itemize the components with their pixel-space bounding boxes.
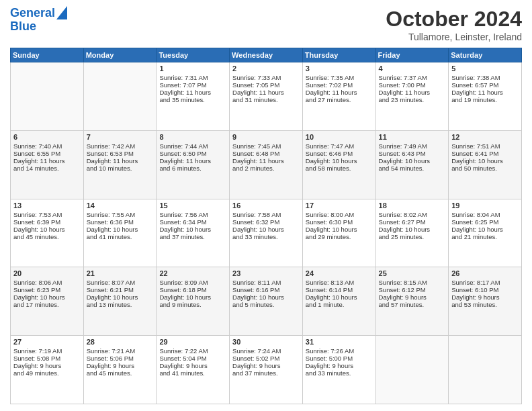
day-number: 5 — [451, 64, 519, 73]
day-info: Sunset: 6:53 PM — [87, 150, 154, 157]
day-info: and 14 minutes. — [13, 165, 81, 172]
day-info: Sunset: 6:43 PM — [379, 150, 446, 157]
day-info: Daylight: 10 hours — [232, 293, 300, 301]
day-info: Sunset: 6:14 PM — [306, 286, 373, 293]
day-info: Daylight: 9 hours — [159, 362, 226, 369]
day-info: Sunset: 6:41 PM — [451, 150, 519, 157]
day-info: Daylight: 11 hours — [451, 89, 519, 96]
day-number: 6 — [13, 133, 81, 141]
day-info: and 58 minutes. — [306, 165, 373, 172]
day-info: and 37 minutes. — [159, 233, 226, 240]
calendar-cell: 15Sunrise: 7:56 AMSunset: 6:34 PMDayligh… — [157, 199, 230, 267]
day-info: Sunset: 6:48 PM — [232, 150, 300, 157]
calendar-cell: 11Sunrise: 7:49 AMSunset: 6:43 PMDayligh… — [375, 130, 449, 199]
day-info: Daylight: 10 hours — [87, 293, 154, 301]
day-number: 20 — [13, 269, 81, 277]
day-info: Daylight: 10 hours — [379, 226, 446, 233]
day-info: Sunrise: 7:24 AM — [232, 347, 300, 355]
day-number: 26 — [451, 269, 519, 277]
day-number: 7 — [87, 133, 154, 141]
day-info: and 23 minutes. — [379, 96, 446, 103]
day-info: Sunrise: 7:47 AM — [306, 142, 373, 150]
day-info: and 13 minutes. — [87, 301, 154, 308]
day-info: Daylight: 9 hours — [87, 362, 154, 369]
day-number: 22 — [159, 269, 226, 277]
calendar-cell: 20Sunrise: 8:06 AMSunset: 6:23 PMDayligh… — [11, 267, 84, 336]
day-info: Sunset: 5:00 PM — [306, 355, 373, 362]
day-info: Sunset: 6:57 PM — [451, 81, 519, 89]
day-number: 12 — [451, 133, 519, 141]
calendar-cell: 28Sunrise: 7:21 AMSunset: 5:06 PMDayligh… — [83, 336, 157, 404]
calendar-cell: 12Sunrise: 7:51 AMSunset: 6:41 PMDayligh… — [449, 130, 522, 199]
day-number: 30 — [232, 338, 300, 346]
month-title: October 2024 — [386, 7, 522, 32]
day-info: Daylight: 11 hours — [159, 157, 226, 165]
calendar-week-4: 20Sunrise: 8:06 AMSunset: 6:23 PMDayligh… — [11, 267, 522, 336]
day-info: and 53 minutes. — [451, 301, 519, 308]
day-info: and 49 minutes. — [13, 369, 81, 377]
calendar-cell: 7Sunrise: 7:42 AMSunset: 6:53 PMDaylight… — [83, 130, 157, 199]
day-number: 18 — [379, 201, 446, 210]
day-info: and 17 minutes. — [13, 301, 81, 308]
day-info: Daylight: 9 hours — [451, 293, 519, 301]
day-info: Sunrise: 7:42 AM — [87, 142, 154, 150]
day-info: and 37 minutes. — [232, 369, 300, 377]
day-header-wednesday: Wednesday — [230, 48, 303, 62]
day-info: Daylight: 9 hours — [13, 362, 81, 369]
calendar-cell: 25Sunrise: 8:15 AMSunset: 6:12 PMDayligh… — [375, 267, 449, 336]
day-info: Daylight: 10 hours — [451, 157, 519, 165]
day-info: Sunset: 6:27 PM — [379, 218, 446, 226]
day-info: Sunrise: 8:09 AM — [159, 279, 226, 286]
day-info: and 6 minutes. — [159, 165, 226, 172]
day-number: 25 — [379, 269, 446, 277]
day-number: 28 — [87, 338, 154, 346]
logo-blue-text: Blue — [10, 20, 36, 34]
calendar-header-row: SundayMondayTuesdayWednesdayThursdayFrid… — [11, 48, 522, 62]
calendar-cell: 3Sunrise: 7:35 AMSunset: 7:02 PMDaylight… — [302, 62, 375, 131]
day-info: Sunrise: 7:38 AM — [451, 74, 519, 81]
day-info: Sunset: 6:50 PM — [159, 150, 226, 157]
day-info: Sunrise: 8:15 AM — [379, 279, 446, 286]
day-number: 3 — [306, 64, 373, 73]
day-info: Sunrise: 8:11 AM — [232, 279, 300, 286]
day-info: Sunrise: 8:17 AM — [451, 279, 519, 286]
calendar-cell: 31Sunrise: 7:26 AMSunset: 5:00 PMDayligh… — [302, 336, 375, 404]
day-info: Daylight: 10 hours — [159, 293, 226, 301]
calendar-cell: 30Sunrise: 7:24 AMSunset: 5:02 PMDayligh… — [230, 336, 303, 404]
location: Tullamore, Leinster, Ireland — [386, 32, 522, 42]
calendar-cell: 13Sunrise: 7:53 AMSunset: 6:39 PMDayligh… — [11, 199, 84, 267]
day-info: Sunrise: 7:22 AM — [159, 347, 226, 355]
day-info: Sunset: 5:04 PM — [159, 355, 226, 362]
day-info: and 10 minutes. — [87, 165, 154, 172]
day-info: Sunset: 6:36 PM — [87, 218, 154, 226]
calendar-cell: 24Sunrise: 8:13 AMSunset: 6:14 PMDayligh… — [302, 267, 375, 336]
day-info: Sunrise: 7:56 AM — [159, 211, 226, 218]
calendar-cell: 8Sunrise: 7:44 AMSunset: 6:50 PMDaylight… — [157, 130, 230, 199]
calendar-cell: 29Sunrise: 7:22 AMSunset: 5:04 PMDayligh… — [157, 336, 230, 404]
day-info: Daylight: 10 hours — [159, 226, 226, 233]
day-info: Sunrise: 7:33 AM — [232, 74, 300, 81]
calendar-cell: 6Sunrise: 7:40 AMSunset: 6:55 PMDaylight… — [11, 130, 84, 199]
calendar-cell — [449, 336, 522, 404]
calendar-cell: 18Sunrise: 8:02 AMSunset: 6:27 PMDayligh… — [375, 199, 449, 267]
day-info: Daylight: 9 hours — [232, 362, 300, 369]
calendar-week-2: 6Sunrise: 7:40 AMSunset: 6:55 PMDaylight… — [11, 130, 522, 199]
calendar-cell: 14Sunrise: 7:55 AMSunset: 6:36 PMDayligh… — [83, 199, 157, 267]
day-info: Daylight: 10 hours — [13, 293, 81, 301]
calendar-cell: 27Sunrise: 7:19 AMSunset: 5:08 PMDayligh… — [11, 336, 84, 404]
day-info: Daylight: 9 hours — [379, 293, 446, 301]
day-info: and 41 minutes. — [159, 369, 226, 377]
day-info: Sunrise: 7:51 AM — [451, 142, 519, 150]
day-info: and 45 minutes. — [13, 233, 81, 240]
day-info: and 33 minutes. — [306, 369, 373, 377]
day-info: Sunset: 6:32 PM — [232, 218, 300, 226]
day-number: 23 — [232, 269, 300, 277]
day-info: Sunset: 6:23 PM — [13, 286, 81, 293]
day-info: and 29 minutes. — [306, 233, 373, 240]
day-info: Sunset: 5:06 PM — [87, 355, 154, 362]
day-info: Sunset: 7:02 PM — [306, 81, 373, 89]
header: General Blue October 2024 Tullamore, Lei… — [10, 7, 522, 42]
calendar-cell: 19Sunrise: 8:04 AMSunset: 6:25 PMDayligh… — [449, 199, 522, 267]
day-info: Daylight: 10 hours — [13, 226, 81, 233]
logo-bird-icon — [56, 6, 67, 19]
